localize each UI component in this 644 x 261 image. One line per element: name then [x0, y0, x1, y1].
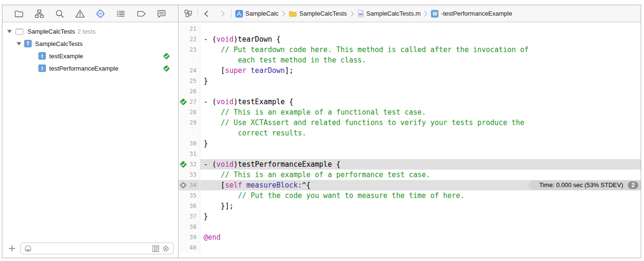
code-text[interactable]: each test method in the class.	[200, 55, 641, 65]
gutter-line-number[interactable]: 37	[179, 211, 200, 222]
gutter-line-number[interactable]: 36	[179, 201, 200, 211]
code-line[interactable]: 23 // Put teardown code here. This metho…	[179, 45, 641, 55]
gutter-line-number[interactable]: 26	[179, 86, 200, 97]
gutter-line-number[interactable]: 28	[179, 107, 200, 117]
scheme-tests-icon[interactable]	[152, 245, 160, 252]
source-editor[interactable]: 2122- (void)tearDown {23 // Put teardown…	[179, 22, 641, 258]
code-text[interactable]: - (void)tearDown {	[200, 34, 641, 45]
code-line[interactable]: 37}	[179, 211, 641, 222]
filter-field[interactable]	[20, 243, 174, 254]
code-line[interactable]: 39@end	[179, 232, 641, 243]
code-text[interactable]: }];	[200, 201, 641, 211]
test-tree-row[interactable]: TSampleCalcTests	[2, 37, 178, 50]
related-items-icon[interactable]	[184, 9, 193, 18]
code-line[interactable]: 33 // This is an example of a performanc…	[179, 170, 641, 180]
test-pass-icon[interactable]	[179, 161, 187, 168]
test-pass-icon[interactable]	[163, 65, 170, 72]
measure-test-icon[interactable]	[179, 181, 187, 189]
tab-project-navigator[interactable]	[13, 8, 25, 20]
code-line[interactable]: 35 // Put the code you want to measure t…	[179, 190, 641, 201]
code-text[interactable]: - (void)testPerformanceExample {	[200, 159, 641, 170]
gutter-line-number[interactable]: 40	[179, 243, 200, 253]
tab-debug-navigator[interactable]	[115, 8, 127, 20]
gutter-line-number[interactable]	[179, 55, 200, 65]
disclosure-triangle-icon[interactable]	[17, 42, 21, 45]
code-text[interactable]: // This is an example of a functional te…	[200, 107, 641, 117]
gutter-line-number[interactable]: 34	[179, 180, 200, 190]
gutter-line-number[interactable]: 22	[179, 34, 200, 45]
code-line[interactable]: 38	[179, 222, 641, 232]
code-line[interactable]: correct results.	[179, 128, 641, 138]
code-line[interactable]: 34 [self measureBlock:^{Time: 0.000 sec …	[179, 180, 641, 190]
test-tree-row[interactable]: ttestPerformanceExample	[2, 62, 178, 74]
code-line[interactable]: 28 // This is an example of a functional…	[179, 107, 641, 117]
code-text[interactable]: }	[200, 138, 641, 149]
code-line[interactable]: 25}	[179, 76, 641, 86]
code-text[interactable]: - (void)testExample {	[200, 97, 641, 107]
code-text[interactable]: }	[200, 211, 641, 222]
code-line[interactable]: 32- (void)testPerformanceExample {	[179, 159, 641, 170]
code-token: void	[216, 159, 233, 170]
breadcrumb-item[interactable]: M-testPerformanceExample	[431, 10, 512, 18]
tab-issue-navigator[interactable]	[74, 8, 86, 20]
gutter-line-number[interactable]: 39	[179, 232, 200, 243]
code-text[interactable]: correct results.	[200, 128, 641, 138]
code-line[interactable]: 40	[179, 243, 641, 253]
add-button[interactable]	[7, 243, 17, 254]
code-text[interactable]: [self measureBlock:^{Time: 0.000 sec (53…	[200, 180, 641, 190]
breadcrumb-item[interactable]: SampleCalcTests	[289, 10, 347, 17]
code-text[interactable]: }	[200, 76, 641, 86]
tab-test-navigator[interactable]	[94, 8, 107, 20]
gutter-line-number[interactable]: 29	[179, 117, 200, 128]
failed-tests-filter-icon[interactable]	[161, 244, 170, 253]
test-tree-row[interactable]: ttestExample	[2, 50, 178, 62]
test-tree-row[interactable]: SampleCalcTests2 tests	[2, 25, 178, 37]
code-text[interactable]	[200, 222, 641, 232]
code-text[interactable]	[200, 149, 641, 159]
code-text[interactable]: // Use XCTAssert and related functions t…	[200, 117, 641, 128]
code-line[interactable]: 36 }];	[179, 201, 641, 211]
code-text[interactable]: // This is an example of a performance t…	[200, 170, 641, 180]
gutter-line-number[interactable]: 24	[179, 65, 200, 76]
code-text[interactable]: [super tearDown];	[200, 65, 641, 76]
gutter-line-number[interactable]: 27	[179, 97, 200, 107]
code-text[interactable]: // Put teardown code here. This method i…	[200, 45, 641, 55]
test-pass-icon[interactable]	[179, 98, 187, 106]
code-text[interactable]	[200, 24, 641, 34]
gutter-line-number[interactable]: 35	[179, 190, 200, 201]
code-line[interactable]: 24 [super tearDown];	[179, 65, 641, 76]
code-text[interactable]	[200, 86, 641, 97]
gutter-line-number[interactable]: 31	[179, 149, 200, 159]
disclosure-triangle-icon[interactable]	[7, 30, 12, 33]
code-text[interactable]: @end	[200, 232, 641, 243]
code-line[interactable]: each test method in the class.	[179, 55, 641, 65]
gutter-line-number[interactable]: 32	[179, 159, 200, 170]
code-line[interactable]: 29 // Use XCTAssert and related function…	[179, 117, 641, 128]
code-line[interactable]: 31	[179, 149, 641, 159]
annotation-count-badge[interactable]: 2	[628, 181, 638, 189]
gutter-line-number[interactable]: 25	[179, 76, 200, 86]
tab-symbol-navigator[interactable]	[33, 8, 45, 20]
back-button[interactable]	[203, 10, 210, 18]
tab-breakpoint-navigator[interactable]	[135, 8, 147, 20]
gutter-line-number[interactable]: 23	[179, 45, 200, 55]
code-text[interactable]	[200, 243, 641, 253]
gutter-line-number[interactable]: 30	[179, 138, 200, 149]
breadcrumb-item[interactable]: mSampleCalcTests.m	[358, 9, 421, 18]
code-line[interactable]: 21	[179, 24, 641, 34]
code-text[interactable]: // Put the code you want to measure the …	[200, 190, 641, 201]
test-pass-icon[interactable]	[163, 53, 170, 60]
gutter-line-number[interactable]	[179, 128, 200, 138]
gutter-line-number[interactable]: 21	[179, 24, 200, 34]
code-line[interactable]: 26	[179, 86, 641, 97]
gutter-line-number[interactable]: 38	[179, 222, 200, 232]
tab-report-navigator[interactable]	[155, 8, 168, 20]
breadcrumb-item[interactable]: SampleCalc	[235, 10, 278, 18]
code-line[interactable]: 30}	[179, 138, 641, 149]
tab-find-navigator[interactable]	[54, 8, 66, 20]
forward-button[interactable]	[219, 10, 226, 18]
code-line[interactable]: 22- (void)tearDown {	[179, 34, 641, 45]
performance-result-annotation[interactable]: Time: 0.000 sec (53% STDEV)2	[527, 180, 641, 190]
gutter-line-number[interactable]: 33	[179, 170, 200, 180]
code-line[interactable]: 27- (void)testExample {	[179, 97, 641, 107]
